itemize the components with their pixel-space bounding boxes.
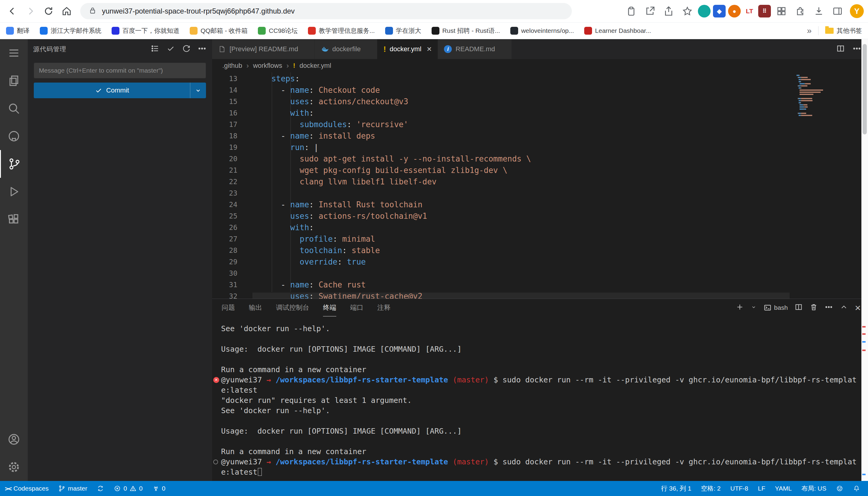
editor-tab[interactable]: iREADME.md× (438, 39, 511, 59)
bookmark-item[interactable]: 学在浙大 (385, 27, 421, 35)
editor-horizontal-scrollbar[interactable] (252, 293, 790, 299)
panel-tab[interactable]: 注释 (377, 299, 391, 316)
bookmark-item[interactable]: 百度一下，你就知道 (111, 27, 179, 35)
run-debug-icon[interactable] (0, 178, 28, 205)
commit-dropdown-chevron[interactable] (190, 82, 206, 98)
menu-icon[interactable] (0, 39, 28, 67)
code-line[interactable]: 17 submodules: 'recursive' (212, 119, 868, 130)
breadcrumb-item[interactable]: .github (222, 62, 242, 69)
extension-icon-maroon[interactable]: ⠿ (758, 5, 771, 17)
remote-indicator[interactable]: >< Codespaces (0, 481, 54, 496)
editor-tab[interactable]: dockerfile× (315, 39, 378, 59)
share-icon[interactable] (660, 3, 677, 19)
code-line[interactable]: 27 profile: minimal (212, 233, 868, 245)
explorer-icon[interactable] (0, 67, 28, 95)
maximize-panel-icon[interactable] (840, 303, 848, 312)
bookmarks-overflow-chevron[interactable]: » (807, 26, 812, 35)
panel-more-actions-icon[interactable] (825, 303, 833, 312)
source-control-icon[interactable] (0, 150, 28, 178)
split-terminal-icon[interactable] (794, 303, 803, 312)
reload-icon[interactable] (41, 3, 57, 19)
panel-tab[interactable]: 输出 (249, 299, 262, 316)
command-error-icon[interactable]: ✕ (213, 377, 219, 383)
branch-indicator[interactable]: master (54, 481, 92, 496)
extensions-icon[interactable] (0, 205, 28, 233)
refresh-icon[interactable] (182, 44, 191, 54)
code-line[interactable]: 22 clang llvm libelf1 libelf-dev (212, 176, 868, 187)
bookmark-item[interactable]: 教学管理信息服务... (308, 27, 375, 35)
status-item[interactable]: UTF-8 (725, 481, 753, 496)
bookmark-item[interactable]: Learner Dashboar... (584, 27, 651, 35)
extensions-puzzle-icon[interactable] (792, 3, 808, 19)
code-line[interactable]: 20 sudo apt-get install -y --no-install-… (212, 153, 868, 165)
status-item[interactable]: YAML (770, 481, 797, 496)
code-line[interactable]: 23 (212, 187, 868, 199)
forward-icon[interactable] (22, 3, 39, 19)
bookmark-item[interactable]: CC98论坛 (258, 27, 298, 35)
bookmark-item[interactable]: Rust 招聘 - Rust语... (432, 27, 500, 35)
star-icon[interactable] (679, 3, 695, 19)
terminal-profile-chevron-icon[interactable] (751, 304, 757, 311)
terminal-instance-item[interactable]: bash (763, 304, 788, 312)
code-line[interactable]: 26 with: (212, 222, 868, 233)
grid-icon[interactable] (773, 3, 790, 19)
code-line[interactable]: 15 uses: actions/checkout@v3 (212, 96, 868, 107)
code-line[interactable]: 13 steps: (212, 73, 868, 84)
open-in-new-icon[interactable] (642, 3, 658, 19)
status-item[interactable]: 行 36, 列 1 (656, 481, 696, 496)
commit-message-input[interactable] (34, 63, 206, 78)
extension-icon-blue[interactable]: ◆ (713, 5, 725, 17)
notifications-bell-icon[interactable] (848, 481, 865, 496)
commit-button[interactable]: Commit (34, 82, 206, 98)
bookmark-item[interactable]: 翻译 (6, 27, 30, 35)
code-editor[interactable]: 13 steps:14 - name: Checkout code15 uses… (212, 72, 868, 299)
address-bar[interactable]: yunwei37-potential-space-trout-rpr5qwj66… (80, 3, 572, 19)
command-pending-icon[interactable] (213, 460, 218, 464)
ports-indicator[interactable]: 0 (148, 481, 170, 496)
code-line[interactable]: 31 - name: Cache rust (212, 279, 868, 291)
editor-tab[interactable]: [Preview] README.md× (212, 39, 315, 59)
editor-tab[interactable]: !docker.yml× (377, 39, 438, 59)
editor-more-actions-icon[interactable] (852, 44, 862, 54)
kill-terminal-icon[interactable] (809, 303, 818, 312)
page-scrollbar[interactable] (862, 39, 868, 481)
code-line[interactable]: 28 toolchain: stable (212, 245, 868, 256)
panel-tab[interactable]: 终端 (323, 299, 336, 316)
github-icon[interactable] (0, 122, 28, 150)
code-line[interactable]: 18 - name: install deps (212, 130, 868, 142)
breadcrumb-item[interactable]: workflows (253, 62, 282, 69)
code-line[interactable]: 19 run: | (212, 142, 868, 153)
other-bookmarks-folder[interactable]: 其他书签 (825, 27, 862, 35)
code-line[interactable]: 14 - name: Checkout code (212, 84, 868, 96)
home-icon[interactable] (59, 3, 75, 19)
account-icon[interactable] (0, 425, 28, 453)
bookmark-item[interactable]: QQ邮箱 - 收件箱 (190, 27, 248, 35)
extension-icon-teal[interactable] (698, 5, 710, 17)
code-line[interactable]: 30 (212, 267, 868, 279)
panel-tab[interactable]: 端口 (350, 299, 363, 316)
split-editor-icon[interactable] (836, 44, 845, 54)
extension-icon-lt[interactable]: LT (743, 5, 756, 17)
terminal[interactable]: See 'docker run --help'.Usage: docker ru… (212, 316, 868, 481)
tab-close-icon[interactable]: × (427, 44, 432, 54)
page-scrollbar-thumb[interactable] (863, 44, 867, 135)
code-line[interactable]: 24 - name: Install Rust toolchain (212, 199, 868, 210)
new-terminal-icon[interactable] (736, 303, 744, 312)
code-line[interactable]: 16 with: (212, 107, 868, 119)
status-item[interactable]: 布局: US (796, 481, 831, 496)
breadcrumb-item[interactable]: docker.yml (299, 62, 331, 69)
panel-tab[interactable]: 调试控制台 (276, 299, 309, 316)
settings-gear-icon[interactable] (0, 453, 28, 481)
search-icon[interactable] (0, 95, 28, 122)
problems-indicator[interactable]: 0 0 (109, 481, 147, 496)
status-item[interactable]: 空格: 2 (696, 481, 725, 496)
bookmark-item[interactable]: 浙江大学邮件系统 (40, 27, 101, 35)
more-actions-icon[interactable] (197, 44, 207, 54)
view-as-list-icon[interactable] (150, 44, 160, 54)
back-icon[interactable] (4, 3, 20, 19)
clipboard-icon[interactable] (623, 3, 639, 19)
download-icon[interactable] (811, 3, 827, 19)
close-panel-icon[interactable]: × (855, 303, 861, 313)
extension-icon-orange[interactable]: ● (728, 5, 741, 17)
code-line[interactable]: 25 uses: actions-rs/toolchain@v1 (212, 210, 868, 222)
